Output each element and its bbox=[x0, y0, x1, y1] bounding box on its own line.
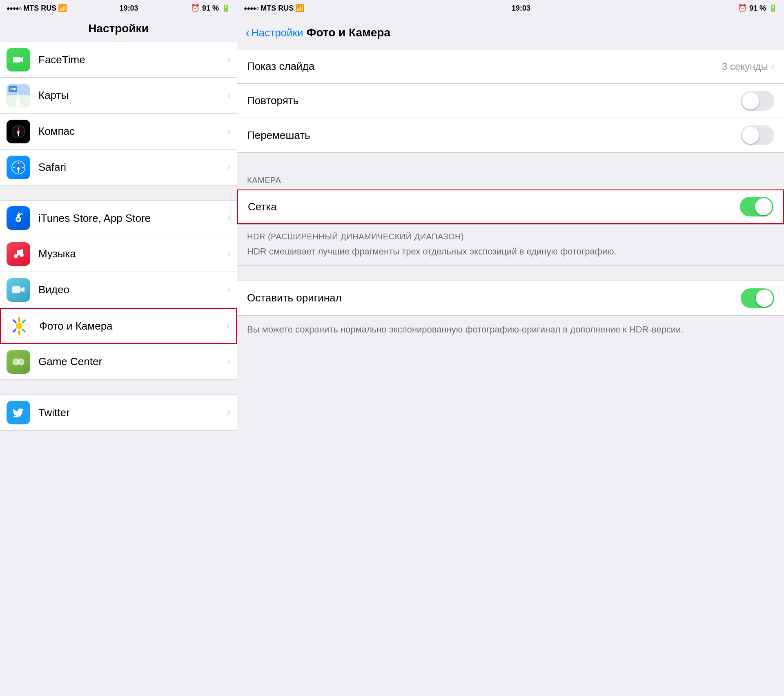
grid-toggle-knob bbox=[755, 198, 772, 215]
left-time: 19:03 bbox=[120, 4, 138, 13]
signal-dots: ●●●●○ bbox=[7, 5, 22, 11]
svg-line-29 bbox=[22, 329, 25, 332]
music-chevron: › bbox=[227, 249, 230, 259]
shuffle-row: Перемешать bbox=[237, 118, 784, 152]
left-group-3: Twitter › bbox=[0, 395, 237, 431]
music-label: Музыка bbox=[38, 248, 227, 260]
video-label: Видео bbox=[38, 283, 227, 296]
right-alarm-icon: ⏰ bbox=[738, 4, 747, 13]
facetime-icon bbox=[7, 48, 30, 71]
hdr-info-title: HDR (РАСШИРЕННЫЙ ДИНАМИЧЕСКИЙ ДИАПАЗОН) bbox=[247, 232, 774, 241]
grid-toggle[interactable] bbox=[740, 197, 773, 216]
back-button[interactable]: ‹ Настройки bbox=[245, 26, 303, 40]
svg-line-28 bbox=[22, 320, 25, 323]
svg-text:280: 280 bbox=[9, 87, 16, 91]
left-item-music[interactable]: Музыка › bbox=[0, 236, 237, 272]
left-carrier: MTS RUS bbox=[23, 4, 56, 13]
right-section-gap-2 bbox=[237, 266, 784, 281]
svg-rect-22 bbox=[12, 286, 20, 293]
grid-row: Сетка bbox=[237, 190, 784, 224]
slideshow-value: 3 секунды bbox=[722, 61, 768, 72]
keep-original-row: Оставить оригинал bbox=[237, 281, 784, 315]
left-item-compass[interactable]: Компас › bbox=[0, 114, 237, 149]
slideshow-row[interactable]: Показ слайда 3 секунды › bbox=[237, 49, 784, 84]
compass-label: Компас bbox=[38, 125, 227, 138]
maps-label: Карты bbox=[38, 89, 227, 102]
itunes-chevron: › bbox=[227, 213, 230, 223]
left-status-bar: ●●●●○ MTS RUS 📶 19:03 ⏰ 91 % 🔋 bbox=[0, 0, 237, 16]
facetime-label: FaceTime bbox=[38, 54, 227, 66]
shuffle-toggle-knob bbox=[742, 127, 759, 144]
svg-point-8 bbox=[18, 131, 19, 132]
right-time: 19:03 bbox=[512, 4, 530, 13]
slideshow-chevron: › bbox=[771, 61, 774, 72]
left-item-itunes[interactable]: iTunes Store, App Store › bbox=[0, 200, 237, 236]
left-settings-list: FaceTime › 280 Карты bbox=[0, 42, 237, 696]
right-status-left: ●●●●○ MTS RUS 📶 bbox=[244, 4, 304, 13]
facetime-chevron: › bbox=[227, 54, 230, 65]
right-status-right: ⏰ 91 % 🔋 bbox=[738, 4, 777, 13]
hdr-info-box: HDR (РАСШИРЕННЫЙ ДИНАМИЧЕСКИЙ ДИАПАЗОН) … bbox=[237, 224, 784, 266]
repeat-toggle[interactable] bbox=[741, 91, 774, 111]
shuffle-toggle[interactable] bbox=[741, 125, 774, 145]
repeat-toggle-knob bbox=[742, 92, 759, 109]
left-panel: ●●●●○ MTS RUS 📶 19:03 ⏰ 91 % 🔋 Настройки bbox=[0, 0, 237, 696]
music-icon bbox=[7, 242, 30, 266]
safari-label: Safari bbox=[38, 161, 227, 174]
right-battery-pct: 91 % bbox=[749, 4, 766, 13]
svg-line-30 bbox=[13, 329, 16, 332]
left-item-twitter[interactable]: Twitter › bbox=[0, 395, 237, 431]
left-item-facetime[interactable]: FaceTime › bbox=[0, 42, 237, 78]
safari-icon bbox=[7, 156, 30, 179]
svg-rect-19 bbox=[17, 214, 20, 216]
compass-chevron: › bbox=[227, 126, 230, 137]
repeat-label: Повторять bbox=[247, 94, 741, 107]
left-status-right: ⏰ 91 % 🔋 bbox=[191, 4, 230, 13]
left-item-photos[interactable]: Фото и Камера › bbox=[0, 308, 237, 344]
svg-line-31 bbox=[13, 320, 16, 323]
shuffle-label: Перемешать bbox=[247, 129, 741, 142]
left-group-1: FaceTime › 280 Карты bbox=[0, 42, 237, 185]
alarm-icon: ⏰ bbox=[191, 4, 200, 13]
right-header: ‹ Настройки Фото и Камера bbox=[237, 16, 784, 49]
svg-point-21 bbox=[20, 253, 24, 257]
keep-original-toggle[interactable] bbox=[741, 288, 774, 308]
left-item-gamecenter[interactable]: Game Center › bbox=[0, 344, 237, 380]
left-item-video[interactable]: Видео › bbox=[0, 272, 237, 308]
right-content: Показ слайда 3 секунды › Повторять Перем… bbox=[237, 49, 784, 696]
right-signal-dots: ●●●●○ bbox=[244, 5, 259, 11]
keep-original-info-text: Вы можете сохранить нормально экспониров… bbox=[247, 323, 774, 336]
svg-point-23 bbox=[16, 323, 22, 329]
left-item-safari[interactable]: Safari › bbox=[0, 149, 237, 185]
svg-point-10 bbox=[18, 167, 19, 168]
keep-original-section: Оставить оригинал bbox=[237, 281, 784, 316]
twitter-icon bbox=[7, 401, 30, 424]
compass-icon bbox=[7, 120, 30, 143]
right-carrier: MTS RUS bbox=[261, 4, 294, 13]
repeat-row: Повторять bbox=[237, 84, 784, 118]
photos-label: Фото и Камера bbox=[39, 320, 227, 332]
left-section-gap-2 bbox=[0, 380, 237, 395]
gamecenter-label: Game Center bbox=[38, 355, 227, 368]
right-section-gap-1 bbox=[237, 153, 784, 167]
right-panel: ●●●●○ MTS RUS 📶 19:03 ⏰ 91 % 🔋 ‹ Настрой… bbox=[237, 0, 784, 696]
twitter-chevron: › bbox=[227, 407, 230, 418]
right-page-title: Фото и Камера bbox=[307, 26, 391, 39]
keep-original-toggle-knob bbox=[756, 290, 773, 307]
right-wifi-icon: 📶 bbox=[295, 4, 304, 13]
left-status-left: ●●●●○ MTS RUS 📶 bbox=[7, 4, 67, 13]
camera-settings-section: Сетка bbox=[237, 189, 784, 224]
gamecenter-icon bbox=[7, 350, 30, 374]
itunes-icon bbox=[7, 206, 30, 230]
hdr-info-text: HDR смешивает лучшие фрагменты трех отде… bbox=[247, 245, 774, 258]
right-battery-icon: 🔋 bbox=[768, 4, 777, 13]
wifi-icon: 📶 bbox=[58, 4, 67, 13]
keep-original-label: Оставить оригинал bbox=[247, 292, 741, 304]
back-label: Настройки bbox=[251, 27, 303, 39]
svg-point-20 bbox=[14, 254, 18, 258]
grid-label: Сетка bbox=[248, 201, 740, 213]
left-group-2: iTunes Store, App Store › Музыка › bbox=[0, 200, 237, 380]
left-item-maps[interactable]: 280 Карты › bbox=[0, 78, 237, 114]
back-chevron-icon: ‹ bbox=[245, 26, 249, 40]
svg-point-18 bbox=[17, 218, 20, 221]
